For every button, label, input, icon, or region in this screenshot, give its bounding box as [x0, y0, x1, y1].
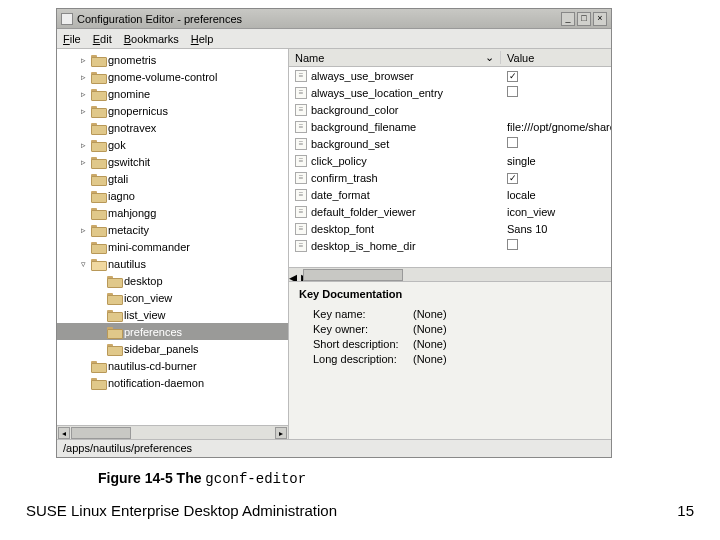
key-value[interactable] — [501, 86, 611, 99]
menu-help[interactable]: Help — [191, 33, 214, 45]
tree-item-gtali[interactable]: gtali — [57, 170, 288, 187]
folder-icon — [91, 156, 105, 167]
tree-item-metacity[interactable]: ▹metacity — [57, 221, 288, 238]
scroll-thumb[interactable] — [71, 427, 131, 439]
table-row[interactable]: ≡always_use_location_entry — [289, 84, 611, 101]
tree-item-gnopernicus[interactable]: ▹gnopernicus — [57, 102, 288, 119]
close-button[interactable]: × — [593, 12, 607, 26]
key-name: always_use_location_entry — [311, 87, 443, 99]
tree-item-label: notification-daemon — [108, 377, 204, 389]
scroll-right-icon[interactable]: ▸ — [275, 427, 287, 439]
tree-item-gswitchit[interactable]: ▹gswitchit — [57, 153, 288, 170]
doc-keyname-label: Key name: — [313, 308, 413, 320]
table-row[interactable]: ≡background_set — [289, 135, 611, 152]
tree-item-gnome-volume-control[interactable]: ▹gnome-volume-control — [57, 68, 288, 85]
tree-item-preferences[interactable]: preferences — [57, 323, 288, 340]
menu-file[interactable]: File — [63, 33, 81, 45]
key-icon: ≡ — [295, 155, 307, 167]
key-name: background_set — [311, 138, 389, 150]
collapsed-icon[interactable]: ▹ — [79, 225, 88, 235]
tree-item-label: gnopernicus — [108, 105, 168, 117]
key-value[interactable]: icon_view — [501, 206, 611, 218]
collapsed-icon[interactable]: ▹ — [79, 72, 88, 82]
table-row[interactable]: ≡background_color — [289, 101, 611, 118]
table-hscrollbar[interactable]: ◂ ▸ — [289, 267, 611, 281]
tree-item-label: desktop — [124, 275, 163, 287]
key-value[interactable] — [501, 137, 611, 150]
tree-item-desktop[interactable]: desktop — [57, 272, 288, 289]
tree-hscrollbar[interactable]: ◂ ▸ — [57, 425, 288, 439]
tree-item-nautilus-cd-burner[interactable]: nautilus-cd-burner — [57, 357, 288, 374]
table-row[interactable]: ≡confirm_trash✓ — [289, 169, 611, 186]
col-value-header[interactable]: Value — [501, 52, 611, 64]
key-name: confirm_trash — [311, 172, 378, 184]
key-value[interactable]: file:///opt/gnome/share/nauti — [501, 121, 611, 133]
collapsed-icon[interactable]: ▹ — [79, 89, 88, 99]
scroll-thumb[interactable] — [303, 269, 403, 281]
tree-item-label: sidebar_panels — [124, 343, 199, 355]
tree-item-label: gnometris — [108, 54, 156, 66]
tree-item-mini-commander[interactable]: mini-commander — [57, 238, 288, 255]
table-row[interactable]: ≡desktop_is_home_dir — [289, 237, 611, 254]
expanded-icon[interactable]: ▿ — [79, 259, 88, 269]
minimize-button[interactable]: _ — [561, 12, 575, 26]
checkbox[interactable] — [507, 137, 518, 148]
folder-icon — [107, 309, 121, 320]
menu-edit[interactable]: Edit — [93, 33, 112, 45]
table-body[interactable]: ≡always_use_browser✓≡always_use_location… — [289, 67, 611, 267]
key-value[interactable]: ✓ — [501, 69, 611, 82]
tree-item-sidebar_panels[interactable]: sidebar_panels — [57, 340, 288, 357]
tree-item-icon_view[interactable]: icon_view — [57, 289, 288, 306]
tree-item-iagno[interactable]: iagno — [57, 187, 288, 204]
key-value[interactable]: ✓ — [501, 171, 611, 184]
collapsed-icon[interactable]: ▹ — [79, 106, 88, 116]
table-row[interactable]: ≡background_filenamefile:///opt/gnome/sh… — [289, 118, 611, 135]
collapsed-icon[interactable]: ▹ — [79, 157, 88, 167]
table-row[interactable]: ≡desktop_fontSans 10 — [289, 220, 611, 237]
collapsed-icon[interactable]: ▹ — [79, 140, 88, 150]
tree-item-gok[interactable]: ▹gok — [57, 136, 288, 153]
folder-icon — [91, 224, 105, 235]
key-value[interactable]: locale — [501, 189, 611, 201]
tree-item-label: nautilus — [108, 258, 146, 270]
tree-item-mahjongg[interactable]: mahjongg — [57, 204, 288, 221]
tree-item-label: nautilus-cd-burner — [108, 360, 197, 372]
key-value[interactable] — [501, 239, 611, 252]
doc-title: Key Documentation — [299, 288, 601, 300]
key-value[interactable]: single — [501, 155, 611, 167]
titlebar[interactable]: Configuration Editor - preferences _ □ × — [57, 9, 611, 29]
key-name: default_folder_viewer — [311, 206, 416, 218]
key-name: date_format — [311, 189, 370, 201]
table-header[interactable]: Name ⌄ Value — [289, 49, 611, 67]
key-icon: ≡ — [295, 172, 307, 184]
collapsed-icon[interactable]: ▹ — [79, 55, 88, 65]
tree-list[interactable]: ▹gnometris▹gnome-volume-control▹gnomine▹… — [57, 49, 288, 425]
scroll-left-icon[interactable]: ◂ — [58, 427, 70, 439]
menu-bookmarks[interactable]: Bookmarks — [124, 33, 179, 45]
checkbox[interactable]: ✓ — [507, 71, 518, 82]
tree-item-gnomine[interactable]: ▹gnomine — [57, 85, 288, 102]
tree-item-gnotravex[interactable]: gnotravex — [57, 119, 288, 136]
key-icon: ≡ — [295, 70, 307, 82]
tree-item-list_view[interactable]: list_view — [57, 306, 288, 323]
doc-longdesc-value: (None) — [413, 353, 447, 365]
folder-icon — [91, 190, 105, 201]
col-name-header[interactable]: Name ⌄ — [289, 51, 501, 64]
maximize-button[interactable]: □ — [577, 12, 591, 26]
folder-icon — [91, 207, 105, 218]
table-row[interactable]: ≡date_formatlocale — [289, 186, 611, 203]
table-row[interactable]: ≡click_policysingle — [289, 152, 611, 169]
checkbox[interactable]: ✓ — [507, 173, 518, 184]
key-value[interactable]: Sans 10 — [501, 223, 611, 235]
key-icon: ≡ — [295, 121, 307, 133]
doc-row-keyname: Key name: (None) — [313, 308, 601, 320]
table-row[interactable]: ≡default_folder_viewericon_view — [289, 203, 611, 220]
checkbox[interactable] — [507, 86, 518, 97]
tree-item-gnometris[interactable]: ▹gnometris — [57, 51, 288, 68]
checkbox[interactable] — [507, 239, 518, 250]
tree-item-notification-daemon[interactable]: notification-daemon — [57, 374, 288, 391]
scroll-left-icon[interactable]: ◂ — [289, 269, 297, 282]
tree-item-nautilus[interactable]: ▿nautilus — [57, 255, 288, 272]
table-row[interactable]: ≡always_use_browser✓ — [289, 67, 611, 84]
tree-item-label: iagno — [108, 190, 135, 202]
